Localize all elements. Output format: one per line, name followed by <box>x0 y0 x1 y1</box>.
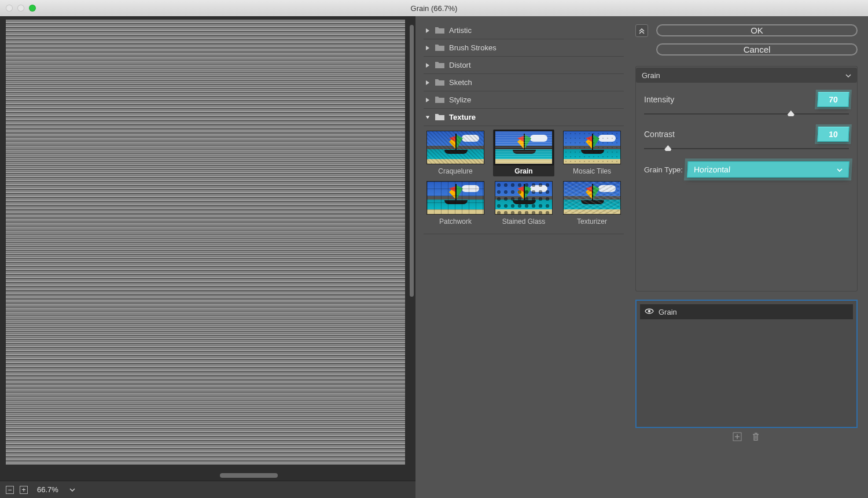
filter-thumb-patchwork[interactable]: Patchwork <box>426 181 485 226</box>
folder-icon <box>435 95 444 105</box>
preview-panel: − + 66.7% <box>0 16 415 498</box>
intensity-label: Intensity <box>644 95 674 104</box>
contrast-label: Contrast <box>644 130 675 139</box>
folder-icon <box>435 26 444 35</box>
disclosure-right-icon <box>425 45 431 51</box>
texture-thumbnails: Craquelure Grain Mosaic Tiles Patchwork … <box>424 126 624 234</box>
category-texture[interactable]: Texture <box>424 109 624 126</box>
thumb-label: Grain <box>514 167 532 175</box>
category-distort[interactable]: Distort <box>424 57 624 74</box>
filter-params: Grain Intensity 70 Contrast 10 Grain Typ… <box>635 66 858 292</box>
zoom-out-button[interactable]: − <box>6 486 14 494</box>
grain-type-label: Grain Type: <box>644 165 683 174</box>
filter-select[interactable]: Grain <box>636 68 857 83</box>
category-label: Artistic <box>449 26 472 35</box>
category-label: Brush Strokes <box>449 43 496 52</box>
thumb-label: Patchwork <box>439 217 472 226</box>
category-label: Sketch <box>449 78 472 87</box>
grain-type-select[interactable]: Horizontal <box>687 161 849 178</box>
preview-horizontal-scrollbar[interactable] <box>220 473 278 478</box>
folder-icon <box>435 61 444 70</box>
svg-point-0 <box>648 309 651 312</box>
preview-vertical-scrollbar[interactable] <box>410 25 414 297</box>
chevron-down-icon <box>845 71 851 80</box>
zoom-level: 66.7% <box>34 485 62 494</box>
grain-type-value: Horizontal <box>694 165 731 174</box>
window-titlebar: Grain (66.7%) <box>0 0 868 16</box>
zoom-bar: − + 66.7% <box>0 481 415 498</box>
new-effect-layer-button[interactable] <box>732 431 742 442</box>
disclosure-right-icon <box>425 28 431 34</box>
intensity-value[interactable]: 70 <box>817 92 849 107</box>
collapse-panel-button[interactable] <box>635 24 648 37</box>
window-title: Grain (66.7%) <box>0 4 868 13</box>
delete-effect-layer-button[interactable] <box>751 431 761 442</box>
cancel-button[interactable]: Cancel <box>656 43 858 56</box>
category-label: Stylize <box>449 95 471 104</box>
preview-canvas[interactable] <box>6 19 405 464</box>
zoom-in-button[interactable]: + <box>20 486 28 494</box>
disclosure-down-icon <box>425 115 431 120</box>
visibility-icon[interactable] <box>645 308 654 316</box>
folder-icon <box>435 78 444 87</box>
filter-thumb-stained-glass[interactable]: Stained Glass <box>494 181 553 226</box>
folder-icon <box>435 113 444 122</box>
filter-gallery: Artistic Brush Strokes Distort Sketch St… <box>415 16 630 498</box>
filter-thumb-craquelure[interactable]: Craquelure <box>426 131 485 175</box>
ok-button[interactable]: OK <box>656 24 858 36</box>
category-label: Distort <box>449 61 471 69</box>
category-label: Texture <box>449 113 476 121</box>
thumb-label: Texturizer <box>577 217 607 226</box>
category-stylize[interactable]: Stylize <box>424 91 624 109</box>
disclosure-right-icon <box>425 80 431 86</box>
effect-layer-name: Grain <box>659 308 677 316</box>
thumb-label: Mosaic Tiles <box>573 167 611 175</box>
disclosure-right-icon <box>425 97 431 103</box>
intensity-slider[interactable] <box>644 110 849 117</box>
disclosure-right-icon <box>425 62 431 68</box>
contrast-slider[interactable] <box>644 145 849 152</box>
effect-layers-panel: Grain <box>635 300 858 428</box>
effect-layer-row[interactable]: Grain <box>640 304 853 319</box>
folder-icon <box>435 43 444 53</box>
zoom-dropdown[interactable] <box>68 486 76 494</box>
filter-thumb-mosaic-tiles[interactable]: Mosaic Tiles <box>562 131 621 175</box>
category-artistic[interactable]: Artistic <box>424 22 624 39</box>
thumb-label: Craquelure <box>438 167 472 175</box>
category-sketch[interactable]: Sketch <box>424 74 624 91</box>
layers-footer <box>635 428 858 442</box>
filter-thumb-grain[interactable]: Grain <box>493 130 554 176</box>
contrast-value[interactable]: 10 <box>817 127 849 142</box>
filter-thumb-texturizer[interactable]: Texturizer <box>562 181 621 226</box>
settings-panel: OK Cancel Grain Intensity 70 Contrast 10 <box>630 16 868 498</box>
category-brush-strokes[interactable]: Brush Strokes <box>424 39 624 57</box>
chevron-down-icon <box>837 165 843 174</box>
filter-name: Grain <box>642 71 660 80</box>
thumb-label: Stained Glass <box>502 217 546 226</box>
